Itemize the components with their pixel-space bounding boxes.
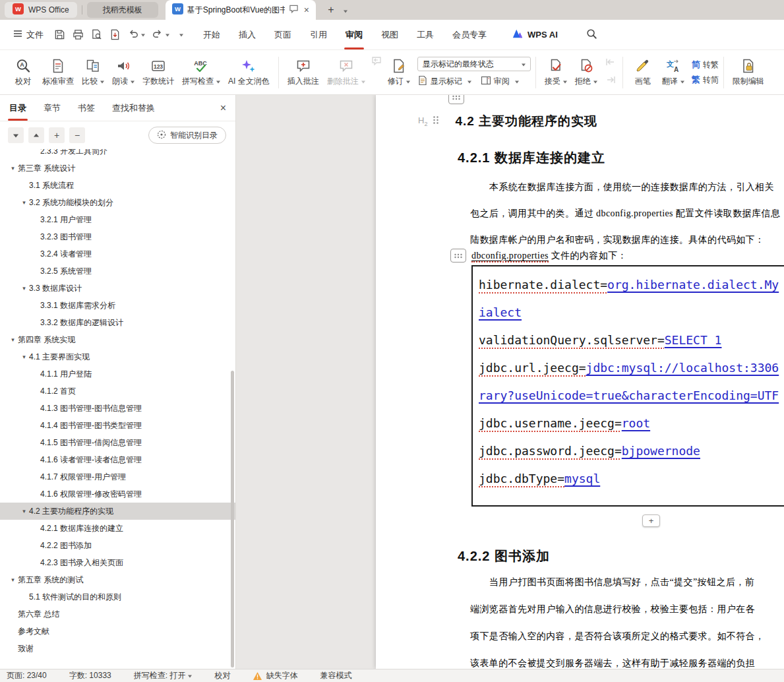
menu-tab-视图[interactable]: 视图 xyxy=(372,20,407,49)
menu-tab-引用[interactable]: 引用 xyxy=(301,20,336,49)
code-link-text[interactable]: org.hibernate.dialect.My xyxy=(607,278,779,292)
delete-comment-button[interactable]: 删除批注 xyxy=(323,56,369,89)
outline-item[interactable]: 3.2.5 系统管理 xyxy=(0,263,235,280)
outline-item[interactable]: 4.1.3 图书管理-图书信息管理 xyxy=(0,400,235,417)
outline-item[interactable]: 4.1.2 首页 xyxy=(0,383,235,400)
to-traditional-button[interactable]: 简 转繁 xyxy=(692,59,719,71)
search-button[interactable] xyxy=(586,28,597,42)
outline-item[interactable]: ▾4.1 主要界面实现 xyxy=(0,348,235,365)
outline-item[interactable]: 3.1 系统流程 xyxy=(0,177,235,194)
outline-item[interactable]: 4.2.1 数据库连接的建立 xyxy=(0,520,235,537)
review-pane-button[interactable]: 审阅 xyxy=(481,75,519,88)
proofread-button[interactable]: A 校对 xyxy=(8,56,38,89)
outline-item[interactable]: 4.1.7 权限管理-用户管理 xyxy=(0,468,235,485)
code-link-text[interactable]: jdbc:mysql://localhost:3306 xyxy=(586,361,779,375)
sidebar-scrollbar[interactable] xyxy=(231,371,234,667)
accept-change-button[interactable]: 接受 xyxy=(541,56,571,89)
menu-tab-工具[interactable]: 工具 xyxy=(407,20,443,49)
word-count-indicator[interactable]: 字数: 10333 xyxy=(69,670,111,681)
outline-item[interactable]: 5.1 软件测试的目的和原则 xyxy=(0,588,235,605)
expand-arrow-icon[interactable]: ▾ xyxy=(19,354,29,360)
expand-arrow-icon[interactable]: ▾ xyxy=(19,199,29,206)
outline-item[interactable]: 4.1.6 读者管理-读者信息管理 xyxy=(0,451,235,468)
show-markup-button[interactable]: 显示标记 xyxy=(417,75,471,88)
outline-item[interactable]: ▾3.2 系统功能模块的划分 xyxy=(0,194,235,211)
redo-button[interactable] xyxy=(152,28,169,42)
block-drag-handle[interactable] xyxy=(448,95,464,104)
smart-recognize-toc-button[interactable]: 智能识别目录 xyxy=(148,127,226,144)
reject-change-button[interactable]: 拒绝 xyxy=(571,56,601,89)
previous-comment-button[interactable] xyxy=(369,55,384,70)
spell-check-button[interactable]: ABC 拼写检查 xyxy=(178,56,224,89)
outline-item[interactable]: 致谢 xyxy=(0,640,235,657)
proofread-status[interactable]: 校对 xyxy=(214,670,230,681)
document-page[interactable]: H2 4.2 主要功能程序的实现 4.2.1 数据库连接的建立 本系统在数据库连… xyxy=(376,95,784,669)
spell-check-status[interactable]: 拼写检查: 打开 xyxy=(134,670,193,681)
code-link-text[interactable]: SELECT 1 xyxy=(665,333,722,347)
close-tab-icon[interactable]: × xyxy=(304,5,309,15)
outline-item[interactable]: 3.2.3 图书管理 xyxy=(0,228,235,245)
expand-arrow-icon[interactable]: ▾ xyxy=(8,576,18,583)
standard-review-button[interactable]: 标准审查 xyxy=(38,56,78,89)
file-menu-button[interactable]: 文件 xyxy=(9,29,47,41)
print-preview-icon[interactable] xyxy=(91,29,102,40)
display-markup-state-select[interactable]: 显示标记的最终状态 xyxy=(417,57,531,71)
sidebar-tab-章节[interactable]: 章节 xyxy=(44,95,61,121)
outline-item[interactable]: 3.3.1 数据库需求分析 xyxy=(0,297,235,314)
outline-item[interactable]: 参考文献 xyxy=(0,623,235,640)
outline-item[interactable]: 4.1.4 图书管理-图书类型管理 xyxy=(0,417,235,434)
previous-change-button[interactable] xyxy=(603,56,618,71)
block-drag-handle[interactable] xyxy=(450,249,466,263)
word-count-button[interactable]: 123 字数统计 xyxy=(138,56,178,89)
sidebar-tab-书签[interactable]: 书签 xyxy=(78,95,95,121)
export-pdf-icon[interactable] xyxy=(109,29,121,40)
ai-polish-button[interactable]: AI 全文润色 xyxy=(224,56,274,89)
outline-item[interactable]: ▾第五章 系统的测试 xyxy=(0,571,235,588)
missing-font-warning[interactable]: 缺失字体 xyxy=(253,670,297,681)
menu-tab-插入[interactable]: 插入 xyxy=(229,20,265,49)
comment-bubble-icon[interactable] xyxy=(289,4,299,16)
heading-drag-handle[interactable] xyxy=(433,115,439,127)
sidebar-tab-目录[interactable]: 目录 xyxy=(9,95,26,121)
code-link-text[interactable]: rary?useUnicode=true&characterEncoding=U… xyxy=(479,388,779,402)
undo-button[interactable] xyxy=(128,28,145,42)
expand-arrow-icon[interactable]: ▾ xyxy=(19,508,29,514)
expand-arrow-icon[interactable]: ▾ xyxy=(8,165,18,171)
collapse-all-button[interactable] xyxy=(8,127,24,143)
to-simplified-button[interactable]: 繁 转简 xyxy=(692,74,719,86)
translate-button[interactable]: 文A 翻译 xyxy=(658,56,688,89)
outline-item[interactable]: 3.2.4 读者管理 xyxy=(0,245,235,263)
page-indicator[interactable]: 页面: 23/40 xyxy=(7,670,47,681)
close-sidebar-icon[interactable]: × xyxy=(220,102,226,114)
wps-ai-button[interactable]: WPS AI xyxy=(512,28,558,41)
outline-item[interactable]: 4.1.5 图书管理-借阅信息管理 xyxy=(0,434,235,451)
outline-item[interactable]: 3.2.1 用户管理 xyxy=(0,211,235,228)
menu-tab-审阅[interactable]: 审阅 xyxy=(336,20,372,49)
document-tab[interactable]: W 基于SpringBoot和Vue的图书管理系统 × xyxy=(166,0,316,20)
outline-item[interactable]: ▾第三章 系统设计 xyxy=(0,160,235,177)
compare-button[interactable]: 比较 xyxy=(78,56,108,89)
expand-arrow-icon[interactable]: ▾ xyxy=(8,336,18,343)
outline-item[interactable]: ▾第四章 系统实现 xyxy=(0,331,235,348)
docer-template-tab[interactable]: 找稻壳模板 xyxy=(87,2,158,18)
pen-button[interactable]: 画笔 xyxy=(628,56,658,89)
expand-all-button[interactable] xyxy=(28,127,44,143)
new-tab-button[interactable]: + xyxy=(324,4,338,16)
read-aloud-button[interactable]: 朗读 xyxy=(108,56,138,89)
outline-item[interactable]: 第六章 总结 xyxy=(0,605,235,623)
sidebar-tab-查找和替换[interactable]: 查找和替换 xyxy=(112,95,155,121)
outline-item[interactable]: ▾3.3 数据库设计 xyxy=(0,280,235,297)
zoom-in-outline-button[interactable]: + xyxy=(49,127,65,143)
menu-tab-页面[interactable]: 页面 xyxy=(265,20,301,49)
print-icon[interactable] xyxy=(73,29,84,40)
wps-office-home-tab[interactable]: W WPS Office xyxy=(5,2,77,18)
code-link-text[interactable]: bjpowernode xyxy=(622,444,700,458)
tab-list-chevron-icon[interactable] xyxy=(341,4,347,16)
outline-item[interactable]: 4.1.6 权限管理-修改密码管理 xyxy=(0,485,235,503)
insert-comment-button[interactable]: 插入批注 xyxy=(284,56,323,89)
outline-item[interactable]: 4.1.1 用户登陆 xyxy=(0,365,235,383)
add-block-button[interactable]: + xyxy=(642,514,660,527)
menu-tab-开始[interactable]: 开始 xyxy=(194,20,229,49)
save-icon[interactable] xyxy=(54,29,65,40)
compatibility-mode-indicator[interactable]: 兼容模式 xyxy=(320,670,351,681)
